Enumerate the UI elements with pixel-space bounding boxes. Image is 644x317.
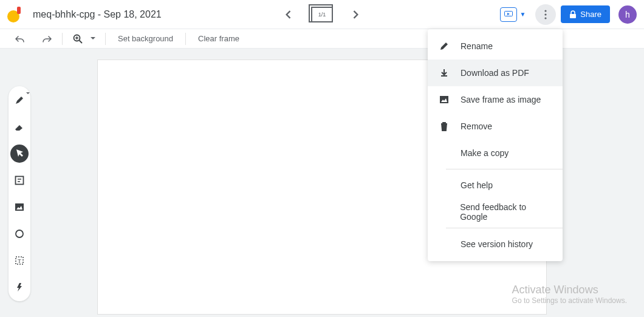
present-dropdown-icon[interactable]: ▼ — [519, 11, 526, 18]
app-logo — [7, 7, 22, 22]
select-tool[interactable] — [10, 145, 29, 163]
more-options-menu: Rename Download as PDF Save frame as ima… — [428, 29, 563, 261]
sticky-note-tool[interactable] — [10, 171, 29, 189]
set-background-button[interactable]: Set background — [114, 34, 177, 43]
header: meq-bhhk-cpg - Sep 18, 2021 1/1 ▼ Share … — [0, 0, 644, 29]
laser-tool[interactable] — [10, 278, 29, 296]
menu-separator — [446, 169, 563, 169]
prev-frame-button[interactable] — [282, 9, 294, 21]
share-button[interactable]: Share — [561, 5, 610, 23]
svg-rect-9 — [16, 177, 24, 185]
tool-submenu-icon — [26, 92, 30, 94]
undo-button[interactable] — [13, 32, 27, 46]
svg-point-13 — [16, 230, 23, 237]
header-right: ▼ Share h — [500, 4, 637, 25]
document-title[interactable]: meq-bhhk-cpg - Sep 18, 2021 — [33, 9, 162, 20]
menu-separator — [446, 228, 563, 228]
separator — [62, 33, 63, 45]
frame-indicator[interactable]: 1/1 — [311, 7, 333, 22]
present-button[interactable] — [500, 7, 517, 22]
menu-label: Rename — [461, 41, 493, 51]
svg-point-1 — [545, 10, 547, 12]
svg-rect-4 — [570, 14, 576, 18]
zoom-button[interactable] — [71, 32, 84, 46]
pen-tool[interactable] — [10, 91, 29, 109]
menu-label: See version history — [461, 239, 533, 249]
share-label: Share — [580, 10, 601, 19]
svg-text:T: T — [18, 258, 21, 264]
svg-rect-16 — [440, 96, 448, 103]
separator — [185, 33, 186, 45]
clear-frame-button[interactable]: Clear frame — [194, 34, 243, 43]
menu-version-history[interactable]: See version history — [428, 231, 563, 257]
menu-save-image[interactable]: Save frame as image — [428, 86, 563, 113]
text-box-tool[interactable]: T — [10, 251, 29, 270]
menu-label: Send feedback to Google — [460, 202, 552, 222]
image-icon — [439, 95, 450, 104]
svg-point-3 — [545, 17, 547, 19]
svg-rect-12 — [15, 203, 24, 211]
next-frame-button[interactable] — [350, 9, 362, 21]
shape-tool[interactable] — [10, 225, 29, 243]
tool-sidebar: T — [9, 86, 30, 301]
trash-icon — [439, 121, 450, 131]
menu-remove[interactable]: Remove — [428, 113, 563, 140]
header-nav: 1/1 — [282, 7, 362, 22]
zoom-dropdown-icon[interactable] — [89, 32, 97, 46]
frame-count: 1/1 — [318, 12, 326, 18]
menu-label: Save frame as image — [461, 95, 541, 104]
menu-download-pdf[interactable]: Download as PDF — [428, 60, 563, 86]
separator — [105, 33, 106, 45]
menu-get-help[interactable]: Get help — [428, 172, 563, 199]
avatar[interactable]: h — [618, 5, 637, 24]
menu-label: Remove — [461, 121, 492, 131]
eraser-tool[interactable] — [10, 118, 29, 136]
lock-icon — [569, 10, 577, 19]
download-icon — [439, 68, 450, 78]
menu-label: Get help — [461, 180, 493, 190]
menu-rename[interactable]: Rename — [428, 33, 563, 60]
redo-button[interactable] — [40, 32, 53, 46]
menu-label: Make a copy — [461, 148, 509, 158]
svg-line-6 — [80, 40, 83, 43]
pencil-icon — [439, 41, 450, 51]
avatar-letter: h — [625, 10, 630, 19]
menu-label: Download as PDF — [461, 68, 529, 78]
image-tool[interactable] — [10, 198, 29, 216]
menu-make-copy[interactable]: Make a copy — [428, 140, 563, 166]
more-options-button[interactable] — [535, 4, 556, 25]
menu-feedback[interactable]: Send feedback to Google — [428, 199, 563, 225]
svg-point-2 — [545, 13, 547, 15]
